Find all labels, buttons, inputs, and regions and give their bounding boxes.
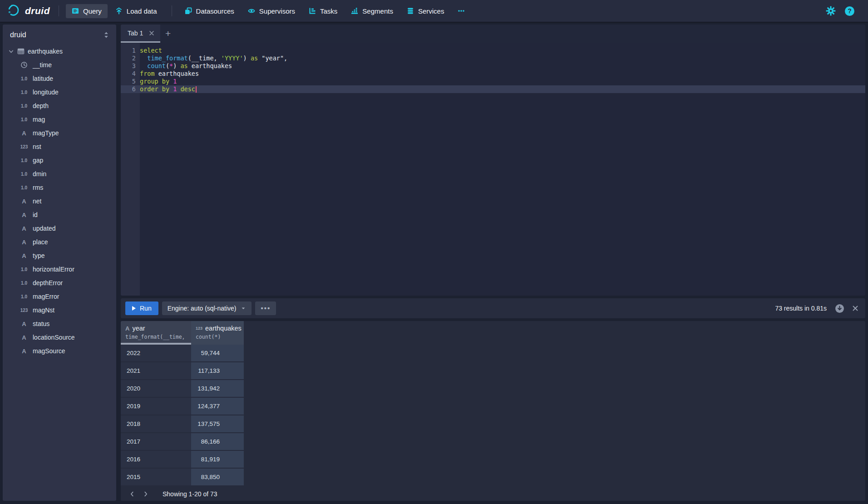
number-type-icon: 123 <box>196 326 202 331</box>
nav-item-more[interactable] <box>452 4 471 18</box>
field-row-nst[interactable]: 123nst <box>3 140 116 153</box>
code-content[interactable]: select time_format(__time, 'YYYY') as "y… <box>140 47 865 93</box>
column-header-year[interactable]: A year time_format(__time, … <box>121 321 191 345</box>
nav-item-datasources[interactable]: Datasources <box>179 4 240 18</box>
cell-year[interactable]: 2020 <box>121 380 191 397</box>
cell-value: 131,942 <box>194 385 220 392</box>
field-row-magNst[interactable]: 123magNst <box>3 303 116 317</box>
cell-value: 2018 <box>127 420 140 427</box>
more-options-button[interactable]: ••• <box>255 301 276 315</box>
cell-earthquakes[interactable]: 59,744 <box>191 345 244 361</box>
nav-item-query[interactable]: Query <box>66 4 108 18</box>
float-type-icon: 1.0 <box>19 294 29 299</box>
field-row-place[interactable]: Aplace <box>3 235 116 249</box>
nav-item-supervisors[interactable]: Supervisors <box>242 4 301 18</box>
run-bar: Run Engine: auto (sql-native) ••• 73 res… <box>121 298 865 318</box>
code-line: time_format(__time, 'YYYY') as "year", <box>140 54 865 62</box>
more-options-icon: ••• <box>261 306 271 311</box>
sort-indicator <box>121 343 191 345</box>
settings-gear-icon[interactable] <box>826 6 836 16</box>
cell-value: 2022 <box>127 350 140 356</box>
cell-earthquakes[interactable]: 137,575 <box>191 415 244 432</box>
cell-year[interactable]: 2015 <box>121 469 191 485</box>
sidebar-header: druid <box>3 25 116 44</box>
field-name: locationSource <box>33 334 75 341</box>
field-name: dmin <box>33 170 46 178</box>
cell-earthquakes[interactable]: 81,919 <box>191 451 244 468</box>
tab-1[interactable]: Tab 1 <box>121 25 160 43</box>
cell-year[interactable]: 2019 <box>121 398 191 415</box>
field-list: __time1.0latitude1.0longitude1.0depth1.0… <box>3 58 116 358</box>
cell-year[interactable]: 2018 <box>121 415 191 432</box>
field-row-__time[interactable]: __time <box>3 58 116 72</box>
field-row-longitude[interactable]: 1.0longitude <box>3 85 116 99</box>
code-token <box>140 54 147 62</box>
druid-logo[interactable]: druid <box>7 3 50 19</box>
cell-earthquakes[interactable]: 86,166 <box>191 433 244 450</box>
field-row-latitude[interactable]: 1.0latitude <box>3 72 116 85</box>
cell-earthquakes[interactable]: 117,133 <box>191 362 244 379</box>
cell-year[interactable]: 2017 <box>121 433 191 450</box>
code-line: group by 1 <box>140 78 865 85</box>
field-row-rms[interactable]: 1.0rms <box>3 181 116 194</box>
field-row-dmin[interactable]: 1.0dmin <box>3 167 116 181</box>
nav-item-load-data[interactable]: Load data <box>109 4 163 18</box>
cell-value: 2021 <box>127 367 140 374</box>
field-row-updated[interactable]: Aupdated <box>3 222 116 235</box>
tab-label: Tab 1 <box>128 30 143 37</box>
column-header-earthquakes[interactable]: 123 earthquakes count(*) <box>191 321 244 345</box>
nav-item-label: Supervisors <box>259 7 295 15</box>
column-expression: time_format(__time, … <box>125 334 187 340</box>
field-row-locationSource[interactable]: AlocationSource <box>3 331 116 344</box>
field-row-horizontalError[interactable]: 1.0horizontalError <box>3 262 116 276</box>
sql-editor[interactable]: 123456 select time_format(__time, 'YYYY'… <box>121 43 865 296</box>
field-row-depthError[interactable]: 1.0depthError <box>3 276 116 290</box>
field-row-status[interactable]: Astatus <box>3 317 116 331</box>
datasource-row-earthquakes[interactable]: earthquakes <box>3 44 116 58</box>
code-line: count(*) as earthquakes <box>140 62 865 70</box>
string-type-icon: A <box>19 212 29 218</box>
field-row-magType[interactable]: AmagType <box>3 126 116 140</box>
code-token: 'YYYY' <box>221 54 243 62</box>
field-row-type[interactable]: Atype <box>3 249 116 262</box>
close-tab-icon[interactable] <box>148 30 155 36</box>
field-row-magError[interactable]: 1.0magError <box>3 290 116 303</box>
nav-divider <box>172 5 172 16</box>
load-data-icon <box>115 7 123 15</box>
download-results-icon[interactable] <box>835 304 844 313</box>
string-type-icon: A <box>19 321 29 327</box>
engine-label: Engine: auto (sql-native) <box>168 305 237 312</box>
field-row-depth[interactable]: 1.0depth <box>3 99 116 113</box>
nav-item-segments[interactable]: Segments <box>345 4 399 18</box>
field-name: __time <box>33 61 52 69</box>
table-icon <box>17 48 25 55</box>
cell-earthquakes[interactable]: 83,850 <box>191 469 244 485</box>
field-row-gap[interactable]: 1.0gap <box>3 153 116 167</box>
next-page-icon[interactable] <box>139 489 153 499</box>
prev-page-icon[interactable] <box>125 489 139 499</box>
field-row-magSource[interactable]: AmagSource <box>3 344 116 358</box>
double-caret-vertical-icon[interactable] <box>103 31 110 39</box>
field-row-mag[interactable]: 1.0mag <box>3 113 116 126</box>
engine-select-button[interactable]: Engine: auto (sql-native) <box>162 301 252 315</box>
cell-year[interactable]: 2016 <box>121 451 191 468</box>
chevron-down-icon[interactable] <box>8 49 14 54</box>
close-results-icon[interactable] <box>852 305 859 312</box>
cell-year[interactable]: 2022 <box>121 345 191 361</box>
tab-bar: Tab 1 + <box>121 25 865 43</box>
field-row-net[interactable]: Anet <box>3 194 116 208</box>
add-tab-button[interactable]: + <box>160 25 176 43</box>
nav-item-services[interactable]: Services <box>401 4 450 18</box>
string-type-icon: A <box>19 334 29 341</box>
help-icon[interactable]: ? <box>845 6 854 16</box>
cell-year[interactable]: 2021 <box>121 362 191 379</box>
nav-item-tasks[interactable]: Tasks <box>303 4 343 18</box>
cell-earthquakes[interactable]: 124,377 <box>191 398 244 415</box>
column-name: year <box>132 325 145 332</box>
tasks-icon <box>309 7 316 15</box>
main-area: Tab 1 + 123456 select time_format(__time… <box>121 25 865 501</box>
run-button[interactable]: Run <box>125 301 158 315</box>
field-name: depthError <box>33 279 63 287</box>
cell-earthquakes[interactable]: 131,942 <box>191 380 244 397</box>
field-row-id[interactable]: Aid <box>3 208 116 222</box>
